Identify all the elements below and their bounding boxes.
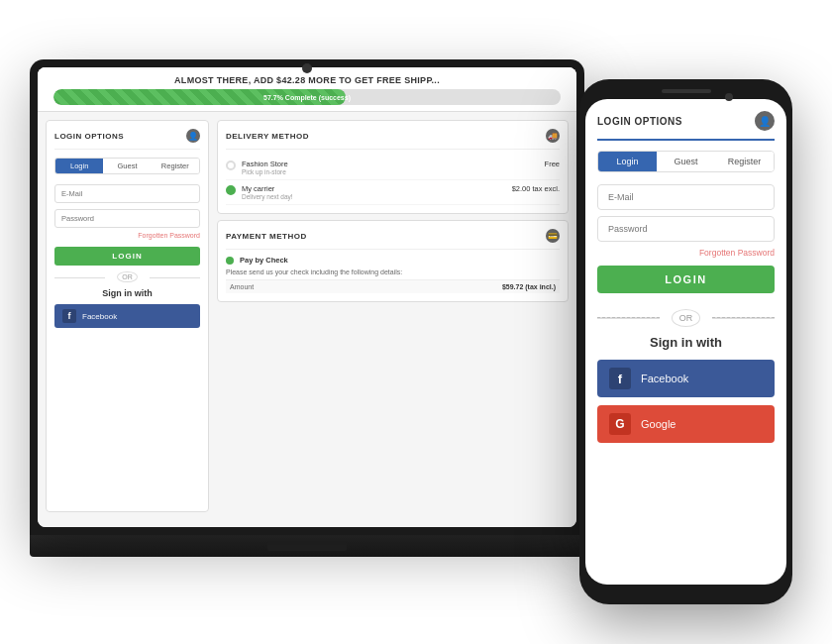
phone-email-input[interactable] (597, 184, 775, 210)
phone-tab-guest[interactable]: Guest (657, 152, 715, 171)
delivery-panel-title: DELIVERY METHOD (226, 132, 309, 141)
delivery-radio-1[interactable] (226, 161, 236, 170)
credit-card-icon: 💳 (546, 229, 560, 243)
phone-facebook-button[interactable]: f Facebook (597, 360, 775, 397)
phone-google-icon: G (609, 413, 631, 435)
phone-password-input[interactable] (597, 216, 775, 242)
delivery-sub-2: Delivery next day! (242, 193, 506, 200)
delivery-name-1: Fashion Store (242, 160, 539, 168)
laptop-or-label: OR (117, 271, 138, 282)
shipping-message: ALMOST THERE, ADD $42.28 MORE TO GET FRE… (53, 75, 561, 85)
delivery-panel: DELIVERY METHOD 🚚 Fashion Store Pick up … (217, 120, 569, 214)
right-panels: DELIVERY METHOD 🚚 Fashion Store Pick up … (217, 120, 569, 512)
phone-facebook-label: Facebook (641, 373, 688, 384)
person-icon: 👤 (186, 129, 200, 143)
laptop-sign-in-with: Sign in with (54, 288, 200, 298)
laptop-facebook-button[interactable]: f Facebook (54, 304, 200, 328)
delivery-price-2: $2.00 tax excl. (512, 184, 560, 193)
delivery-name-2: My carrier (242, 184, 506, 193)
phone-tab-group: Login Guest Register (597, 151, 775, 172)
laptop-forgot-link[interactable]: Forgotten Password (54, 232, 200, 239)
laptop-panel-header: LOGIN OPTIONS 👤 (54, 129, 200, 150)
phone-or-divider: OR (597, 307, 775, 327)
laptop-tab-guest[interactable]: Guest (103, 159, 151, 173)
laptop-panel-title: LOGIN OPTIONS (54, 132, 124, 141)
phone-or-label: OR (672, 309, 701, 327)
phone-sign-in-with: Sign in with (597, 335, 775, 350)
delivery-panel-header: DELIVERY METHOD 🚚 (226, 129, 560, 150)
phone-panel-title: LOGIN OPTIONS (597, 116, 682, 127)
screen-content: ALMOST THERE, ADD $42.28 MORE TO GET FRE… (38, 67, 576, 527)
phone-camera-dot (725, 93, 733, 101)
phone-google-label: Google (641, 418, 676, 430)
scene: ALMOST THERE, ADD $42.28 MORE TO GET FRE… (0, 0, 832, 644)
payment-description: Please send us your check including the … (226, 268, 560, 275)
laptop-email-input[interactable] (54, 184, 200, 203)
shipping-bar: ALMOST THERE, ADD $42.28 MORE TO GET FRE… (38, 67, 576, 112)
amount-label: Amount (230, 283, 254, 290)
delivery-option-1: Fashion Store Pick up in-store Free (226, 156, 560, 180)
payment-method-label: Pay by Check (240, 256, 288, 265)
laptop-camera (302, 63, 312, 73)
laptop-base (30, 535, 584, 557)
facebook-icon: f (62, 309, 76, 323)
progress-bar-wrapper: 57.7% Complete (success) (53, 89, 561, 105)
delivery-option-2: My carrier Delivery next day! $2.00 tax … (226, 180, 560, 205)
payment-selected-dot (226, 257, 234, 265)
phone-tab-register[interactable]: Register (715, 152, 774, 171)
progress-label: 57.7% Complete (success) (263, 94, 351, 101)
laptop-main: LOGIN OPTIONS 👤 Login Guest Register For… (38, 112, 576, 520)
phone-speaker (662, 89, 711, 93)
laptop-trackpad (267, 541, 347, 551)
delivery-price-1: Free (545, 160, 560, 168)
phone-login-button[interactable]: LOGIN (597, 266, 775, 293)
laptop-facebook-label: Facebook (82, 312, 117, 321)
phone-google-button[interactable]: G Google (597, 405, 775, 443)
phone-screen: LOGIN OPTIONS 👤 Login Guest Register For… (585, 99, 786, 585)
payment-check-row: Pay by Check (226, 256, 560, 265)
phone-forgot-link[interactable]: Forgotten Password (597, 248, 775, 258)
phone-panel-header: LOGIN OPTIONS 👤 (597, 111, 775, 141)
laptop-login-panel: LOGIN OPTIONS 👤 Login Guest Register For… (46, 120, 209, 512)
laptop-tab-group: Login Guest Register (54, 158, 200, 174)
phone-tab-login[interactable]: Login (598, 152, 657, 171)
phone: LOGIN OPTIONS 👤 Login Guest Register For… (579, 79, 792, 604)
phone-facebook-icon: f (609, 368, 631, 389)
laptop-or-divider: OR (54, 271, 200, 282)
laptop-tab-register[interactable]: Register (152, 159, 199, 173)
amount-row: Amount $59.72 (tax incl.) (226, 279, 560, 293)
delivery-info-2: My carrier Delivery next day! (242, 184, 506, 200)
payment-panel-header: PAYMENT METHOD 💳 (226, 229, 560, 250)
payment-panel: PAYMENT METHOD 💳 Pay by Check Please sen… (217, 220, 569, 302)
laptop-screen: ALMOST THERE, ADD $42.28 MORE TO GET FRE… (38, 67, 576, 527)
phone-person-icon: 👤 (755, 111, 775, 131)
payment-panel-title: PAYMENT METHOD (226, 232, 307, 241)
laptop-body: ALMOST THERE, ADD $42.28 MORE TO GET FRE… (30, 59, 584, 535)
delivery-radio-2[interactable] (226, 185, 236, 195)
delivery-sub-1: Pick up in-store (242, 168, 539, 175)
laptop: ALMOST THERE, ADD $42.28 MORE TO GET FRE… (30, 59, 584, 575)
laptop-tab-login[interactable]: Login (55, 159, 103, 173)
truck-icon: 🚚 (546, 129, 560, 143)
laptop-login-button[interactable]: LOGIN (54, 247, 200, 266)
laptop-password-input[interactable] (54, 209, 200, 228)
delivery-info-1: Fashion Store Pick up in-store (242, 160, 539, 175)
amount-value: $59.72 (tax incl.) (502, 283, 556, 290)
